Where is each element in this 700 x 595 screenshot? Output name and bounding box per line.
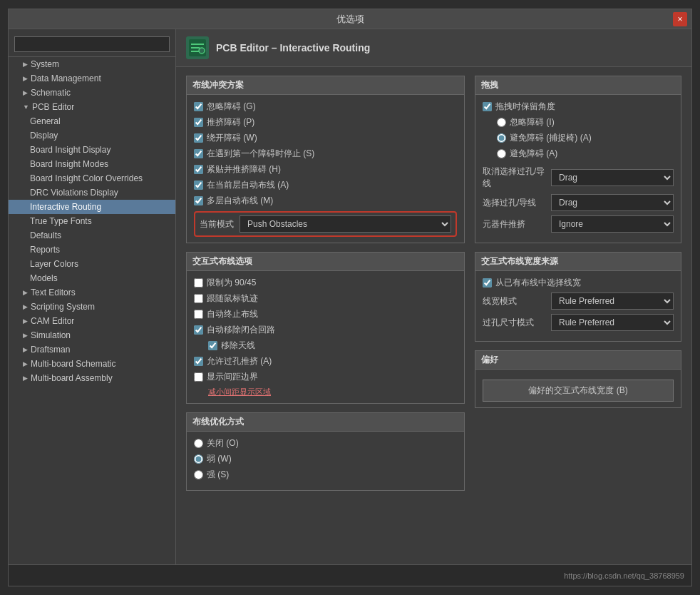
bottom-url: https://blog.csdn.net/qq_38768959 (564, 571, 684, 580)
allow-via-push-checkbox[interactable] (194, 357, 203, 366)
remove-antenna-checkbox[interactable] (208, 341, 217, 350)
radio-strong: 强 (S) (194, 469, 457, 481)
dialog-content: ▶ System ▶ Data Management ▶ Schematic ▼… (9, 29, 691, 564)
auto-route-layer-checkbox[interactable] (194, 180, 203, 190)
preference-title: 偏好 (475, 351, 681, 370)
sidebar-item-board-insight-color-overrides[interactable]: Board Insight Color Overrides (9, 171, 175, 185)
radio-weak: 弱 (W) (194, 453, 457, 465)
preferred-width-button[interactable]: 偏好的交互式布线宽度 (B) (483, 380, 674, 402)
sidebar-item-reports[interactable]: Reports (9, 243, 175, 257)
sidebar-item-label: CAM Editor (31, 316, 74, 326)
ignore-obstacles-label: 忽略障碍 (G) (207, 101, 256, 113)
width-mode-label: 线宽模式 (483, 295, 547, 307)
sidebar-item-label: Scripting System (31, 302, 95, 312)
push-obstacles-checkbox[interactable] (194, 118, 203, 127)
strong-label: 强 (S) (207, 469, 229, 481)
auto-terminate-checkbox[interactable] (194, 310, 203, 319)
sidebar-item-data-management[interactable]: ▶ Data Management (9, 71, 175, 86)
search-input[interactable] (14, 36, 170, 52)
dialog-title: 优选项 (336, 13, 364, 26)
sidebar-item-drc-violations-display[interactable]: DRC Violations Display (9, 185, 175, 200)
auto-route-layer-label: 在当前层自动布线 (A) (207, 179, 289, 191)
hug-push-label: 紧贴并推挤障碍 (H) (207, 163, 281, 176)
routing-optimization-body: 关闭 (O) 弱 (W) 强 (S) (187, 432, 464, 490)
arrow-icon: ▶ (23, 61, 28, 68)
sidebar-item-schematic[interactable]: ▶ Schematic (9, 86, 175, 100)
sidebar-item-label: Layer Colors (30, 259, 78, 269)
remove-loops-checkbox[interactable] (194, 325, 203, 335)
avoid-obstacles-radio[interactable] (497, 149, 506, 158)
sidebar-item-board-insight-modes[interactable]: Board Insight Modes (9, 157, 175, 171)
panels-row: 布线冲突方案 忽略障碍 (G) 推挤障碍 (P) (176, 67, 691, 508)
width-mode-select[interactable]: Rule Preferred User Choice Last Used (551, 293, 674, 310)
sidebar-item-general[interactable]: General (9, 114, 175, 128)
weak-radio[interactable] (194, 454, 203, 464)
arrow-icon: ▶ (23, 89, 28, 96)
strong-radio[interactable] (194, 470, 203, 479)
sidebar-item-defaults[interactable]: Defaults (9, 228, 175, 243)
ignore-obstacles-checkbox[interactable] (194, 102, 203, 111)
routing-conflict-section: 布线冲突方案 忽略障碍 (G) 推挤障碍 (P) (186, 76, 465, 243)
keep-angle-label: 拖拽时保留角度 (495, 101, 555, 113)
sidebar-item-label: Board Insight Display (30, 145, 110, 155)
current-mode-row: 当前模式 Push Obstacles Ignore Obstacles Wal… (194, 211, 457, 237)
follow-mouse-checkbox[interactable] (194, 294, 203, 303)
sidebar-item-cam-editor[interactable]: ▶ CAM Editor (9, 314, 175, 328)
close-button[interactable]: × (673, 12, 687, 26)
sidebar-item-layer-colors[interactable]: Layer Colors (9, 257, 175, 271)
avoid-obstacles-hug-radio[interactable] (497, 133, 506, 143)
sidebar-item-scripting-system[interactable]: ▶ Scripting System (9, 300, 175, 314)
via-size-select[interactable]: Rule Preferred User Choice Last Used (551, 314, 674, 331)
component-push-row: 元器件推挤 Ignore Push Move (483, 215, 674, 233)
show-clearance-checkbox[interactable] (194, 372, 203, 382)
sidebar-item-label: Draftsman (31, 345, 70, 355)
sidebar-item-simulation[interactable]: ▶ Simulation (9, 328, 175, 342)
checkbox-walkaround: 绕开障碍 (W) (194, 132, 457, 144)
component-push-label: 元器件推挤 (483, 218, 547, 230)
component-push-select[interactable]: Ignore Push Move (551, 215, 674, 233)
checkbox-hug-push: 紧贴并推挤障碍 (H) (194, 163, 457, 176)
routing-conflict-body: 忽略障碍 (G) 推挤障碍 (P) 绕开障碍 (W) (187, 95, 464, 243)
limit-90-45-checkbox[interactable] (194, 278, 203, 288)
select-via-wire-row: 选择过孔/导线 Drag Move (483, 194, 674, 211)
sidebar-item-label: Schematic (31, 88, 71, 98)
sidebar-item-label: Multi-board Assembly (31, 373, 113, 383)
sidebar-item-label: DRC Violations Display (30, 188, 118, 198)
select-via-wire-select[interactable]: Drag Move (551, 194, 674, 211)
walkaround-checkbox[interactable] (194, 133, 203, 143)
limit-90-45-label: 限制为 90/45 (207, 277, 256, 289)
stop-first-checkbox[interactable] (194, 149, 203, 158)
sidebar-item-interactive-routing[interactable]: Interactive Routing (9, 200, 175, 214)
sidebar-item-display[interactable]: Display (9, 128, 175, 143)
reduce-clearance-text: 减小间距显示区域 (208, 387, 271, 396)
ignore-obstacles-drag-radio[interactable] (497, 118, 506, 127)
keep-angle-checkbox[interactable] (483, 102, 492, 111)
deselect-via-wire-row: 取消选择过孔/导线 Drag Move (483, 166, 674, 190)
sidebar-item-draftsman[interactable]: ▶ Draftsman (9, 342, 175, 357)
sidebar-item-multi-board-schematic[interactable]: ▶ Multi-board Schematic (9, 357, 175, 371)
sidebar-item-multi-board-assembly[interactable]: ▶ Multi-board Assembly (9, 371, 175, 385)
sidebar-item-label: Multi-board Schematic (31, 359, 115, 369)
multi-layer-checkbox[interactable] (194, 196, 203, 205)
from-existing-checkbox[interactable] (483, 278, 492, 288)
sidebar-item-text-editors[interactable]: ▶ Text Editors (9, 285, 175, 300)
left-column: 布线冲突方案 忽略障碍 (G) 推挤障碍 (P) (186, 76, 465, 499)
dragging-section: 拖拽 拖拽时保留角度 忽略障碍 (I) (475, 76, 681, 243)
sidebar-item-models[interactable]: Models (9, 271, 175, 285)
deselect-via-wire-select[interactable]: Drag Move (551, 169, 674, 186)
off-radio[interactable] (194, 439, 203, 448)
sidebar-item-pcb-editor[interactable]: ▼ PCB Editor (9, 100, 175, 114)
sidebar-item-board-insight-display[interactable]: Board Insight Display (9, 143, 175, 157)
sidebar-item-true-type-fonts[interactable]: True Type Fonts (9, 214, 175, 228)
bottom-bar: https://blog.csdn.net/qq_38768959 (9, 564, 691, 586)
sidebar-item-system[interactable]: ▶ System (9, 57, 175, 71)
multi-layer-label: 多层自动布线 (M) (207, 195, 273, 207)
reduce-clearance-link[interactable]: 减小间距显示区域 (194, 387, 457, 397)
radio-avoid-obstacles: 避免障碍 (A) (497, 148, 674, 160)
routing-conflict-title: 布线冲突方案 (187, 76, 464, 95)
sidebar-item-label: Defaults (30, 230, 61, 240)
mode-select[interactable]: Push Obstacles Ignore Obstacles Walkarou… (240, 215, 451, 233)
hug-push-checkbox[interactable] (194, 165, 203, 174)
interactive-routing-options-body: 限制为 90/45 跟随鼠标轨迹 自动终止布线 (187, 271, 464, 403)
sidebar-item-label: Text Editors (31, 288, 76, 298)
